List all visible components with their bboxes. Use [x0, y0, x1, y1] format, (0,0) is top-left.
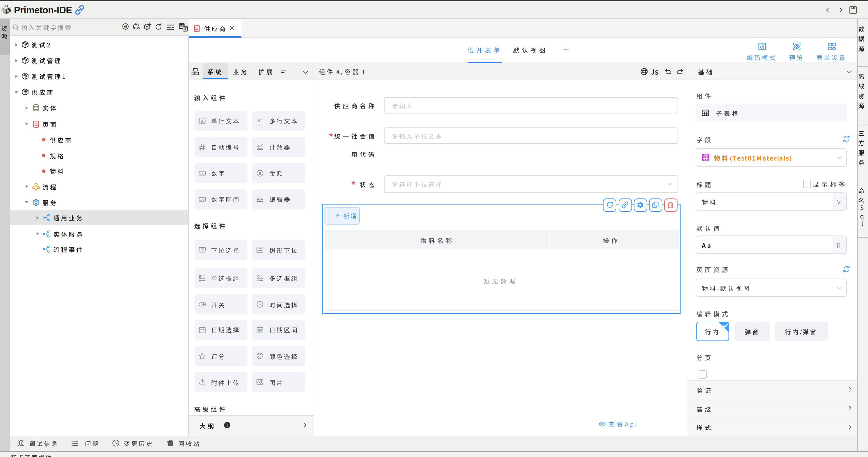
svg-text:A: A — [256, 196, 259, 201]
svg-text:1:n: 1:n — [703, 153, 708, 157]
svg-text:123: 123 — [200, 172, 205, 175]
svg-text:AI: AI — [123, 25, 126, 29]
svg-text:i: i — [226, 423, 227, 428]
svg-text:1~3: 1~3 — [200, 198, 205, 201]
svg-text:A: A — [258, 118, 260, 122]
svg-text:A: A — [200, 119, 204, 123]
